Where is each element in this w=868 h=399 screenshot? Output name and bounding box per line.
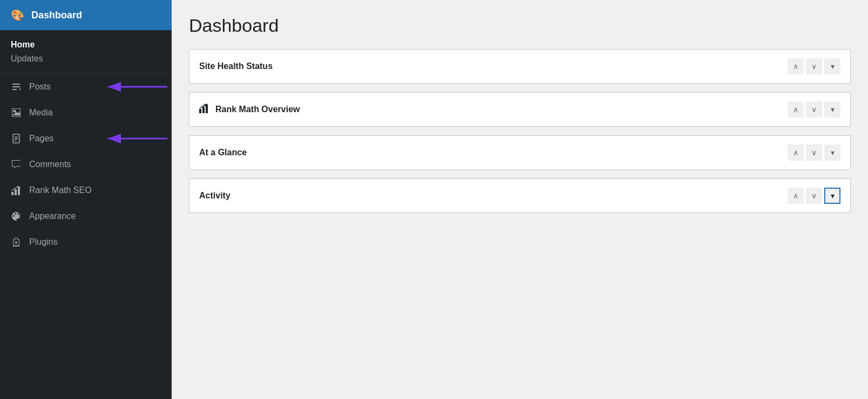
svg-rect-12 bbox=[199, 109, 201, 113]
dashboard-icon: 🎨 bbox=[10, 8, 25, 23]
rank-math-icon bbox=[10, 184, 23, 197]
widget-at-a-glance-controls: ∧ ∨ ▾ bbox=[788, 145, 840, 161]
comments-icon bbox=[10, 158, 23, 171]
posts-icon bbox=[10, 80, 23, 93]
site-health-down-btn[interactable]: ∨ bbox=[806, 58, 822, 74]
widget-activity: Activity ∧ ∨ ▾ bbox=[189, 178, 851, 213]
svg-rect-10 bbox=[15, 189, 17, 195]
site-health-dropdown-btn[interactable]: ▾ bbox=[824, 58, 840, 74]
widget-rank-math-title: Rank Math Overview bbox=[199, 104, 300, 115]
sidebar-item-media[interactable]: Media bbox=[0, 100, 172, 126]
sidebar-item-rank-math-seo[interactable]: Rank Math SEO bbox=[0, 177, 172, 203]
sidebar-nav: Posts Media bbox=[0, 74, 172, 399]
appearance-label: Appearance bbox=[29, 211, 76, 221]
sidebar-dashboard-label: Dashboard bbox=[31, 10, 82, 21]
activity-up-btn[interactable]: ∧ bbox=[788, 188, 804, 204]
at-a-glance-dropdown-btn[interactable]: ▾ bbox=[824, 145, 840, 161]
site-health-up-btn[interactable]: ∧ bbox=[788, 58, 804, 74]
sidebar-item-home[interactable]: Home bbox=[11, 38, 172, 52]
plugins-icon bbox=[10, 236, 23, 249]
rank-math-up-btn[interactable]: ∧ bbox=[788, 101, 804, 118]
appearance-icon bbox=[10, 210, 23, 223]
sidebar-item-plugins[interactable]: Plugins bbox=[0, 229, 172, 255]
activity-down-btn[interactable]: ∨ bbox=[806, 188, 822, 204]
main-content: Dashboard Site Health Status ∧ ∨ ▾ bbox=[172, 0, 868, 399]
pages-icon bbox=[10, 132, 23, 145]
sidebar-item-posts[interactable]: Posts bbox=[0, 74, 172, 100]
at-a-glance-up-btn[interactable]: ∧ bbox=[788, 145, 804, 161]
sidebar: 🎨 Dashboard Home Updates Posts bbox=[0, 0, 172, 399]
posts-label: Posts bbox=[29, 82, 51, 92]
svg-point-2 bbox=[13, 110, 16, 113]
page-title: Dashboard bbox=[189, 15, 851, 36]
svg-rect-13 bbox=[202, 107, 205, 113]
at-a-glance-down-btn[interactable]: ∨ bbox=[806, 145, 822, 161]
posts-arrow-annotation bbox=[103, 76, 172, 98]
rank-math-dropdown-btn[interactable]: ▾ bbox=[824, 101, 840, 118]
widget-site-health-title: Site Health Status bbox=[199, 61, 273, 71]
widget-at-a-glance-title: At a Glance bbox=[199, 148, 247, 157]
pages-arrow-annotation bbox=[103, 128, 172, 149]
widget-at-a-glance: At a Glance ∧ ∨ ▾ bbox=[189, 135, 851, 170]
rank-math-widget-icon bbox=[199, 104, 211, 115]
widget-rank-math-controls: ∧ ∨ ▾ bbox=[788, 101, 840, 118]
sidebar-dashboard-header[interactable]: 🎨 Dashboard bbox=[0, 0, 172, 30]
svg-rect-11 bbox=[18, 187, 20, 195]
sidebar-item-appearance[interactable]: Appearance bbox=[0, 203, 172, 229]
svg-rect-9 bbox=[11, 192, 13, 195]
media-icon bbox=[10, 106, 23, 119]
widget-site-health: Site Health Status ∧ ∨ ▾ bbox=[189, 49, 851, 84]
sidebar-item-pages[interactable]: Pages bbox=[0, 126, 172, 152]
sidebar-item-updates[interactable]: Updates bbox=[11, 52, 172, 66]
sidebar-item-comments[interactable]: Comments bbox=[0, 152, 172, 177]
comments-label: Comments bbox=[29, 160, 71, 169]
media-label: Media bbox=[29, 108, 53, 118]
rank-math-seo-label: Rank Math SEO bbox=[29, 185, 92, 195]
widget-activity-title: Activity bbox=[199, 191, 230, 201]
widget-site-health-controls: ∧ ∨ ▾ bbox=[788, 58, 840, 74]
sidebar-sub-items: Home Updates bbox=[0, 30, 172, 74]
rank-math-down-btn[interactable]: ∨ bbox=[806, 101, 822, 118]
svg-rect-14 bbox=[206, 105, 208, 113]
widget-rank-math-overview: Rank Math Overview ∧ ∨ ▾ bbox=[189, 92, 851, 127]
activity-dropdown-btn[interactable]: ▾ bbox=[824, 188, 840, 204]
widget-activity-controls: ∧ ∨ ▾ bbox=[788, 188, 840, 204]
plugins-label: Plugins bbox=[29, 237, 57, 247]
pages-label: Pages bbox=[29, 134, 53, 143]
